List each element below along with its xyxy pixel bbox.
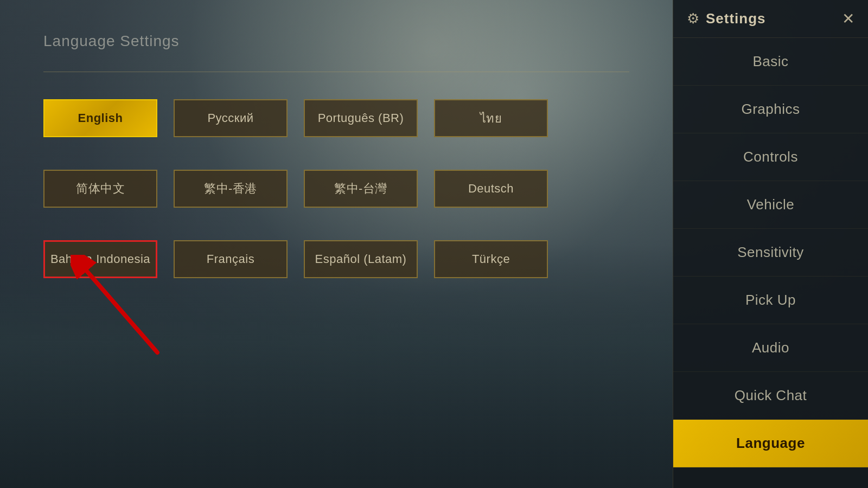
nav-item-vehicle[interactable]: Vehicle [673, 181, 868, 229]
nav-item-controls[interactable]: Controls [673, 133, 868, 181]
annotation-arrow [71, 255, 190, 374]
close-button[interactable]: ✕ [842, 11, 854, 27]
lang-btn-thai[interactable]: ไทย [434, 99, 548, 137]
gear-icon: ⚙ [687, 10, 699, 27]
nav-item-graphics[interactable]: Graphics [673, 86, 868, 133]
nav-item-pickup[interactable]: Pick Up [673, 277, 868, 324]
nav-item-sensitivity[interactable]: Sensitivity [673, 229, 868, 277]
lang-btn-english[interactable]: English [43, 99, 157, 137]
nav-item-quickchat[interactable]: Quick Chat [673, 372, 868, 420]
divider [43, 72, 629, 72]
settings-title: Settings [706, 10, 766, 27]
main-content: Language Settings EnglishРусскийPortuguê… [0, 0, 673, 488]
lang-btn-simplified-chinese[interactable]: 简体中文 [43, 170, 157, 208]
lang-btn-deutsch[interactable]: Deutsch [434, 170, 548, 208]
sidebar: ⚙ Settings ✕ BasicGraphicsControlsVehicl… [673, 0, 868, 488]
lang-btn-spanish[interactable]: Español (Latam) [304, 240, 418, 278]
nav-item-basic[interactable]: Basic [673, 38, 868, 86]
nav-item-audio[interactable]: Audio [673, 324, 868, 372]
nav-items: BasicGraphicsControlsVehicleSensitivityP… [673, 38, 868, 488]
lang-btn-portuguese[interactable]: Português (BR) [304, 99, 418, 137]
settings-title-row: ⚙ Settings [687, 10, 766, 27]
lang-btn-turkish[interactable]: Türkçe [434, 240, 548, 278]
lang-btn-french[interactable]: Français [174, 240, 288, 278]
nav-item-language[interactable]: Language [673, 420, 868, 467]
page-title: Language Settings [43, 33, 629, 50]
settings-header: ⚙ Settings ✕ [673, 0, 868, 38]
svg-line-1 [87, 271, 157, 352]
lang-btn-russian[interactable]: Русский [174, 99, 288, 137]
lang-btn-traditional-tw[interactable]: 繁中-台灣 [304, 170, 418, 208]
lang-btn-traditional-hk[interactable]: 繁中-香港 [174, 170, 288, 208]
